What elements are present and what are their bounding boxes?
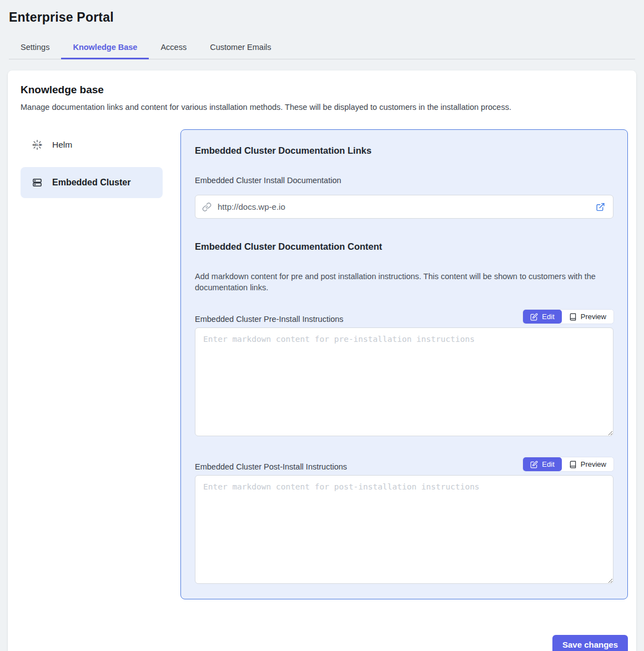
edit-pencil-icon bbox=[530, 461, 538, 468]
edit-button-label: Edit bbox=[542, 312, 554, 321]
tab-access[interactable]: Access bbox=[149, 37, 198, 59]
sidebar-item-label: Embedded Cluster bbox=[52, 178, 130, 188]
sidebar-item-helm[interactable]: HELM Helm bbox=[21, 129, 163, 160]
sidebar-item-label: Helm bbox=[52, 140, 72, 150]
save-changes-button[interactable]: Save changes bbox=[552, 635, 628, 651]
tab-customer-emails[interactable]: Customer Emails bbox=[198, 37, 283, 59]
post-install-preview-button[interactable]: Preview bbox=[562, 457, 613, 471]
helm-icon: HELM bbox=[32, 139, 43, 150]
knowledge-base-card: Knowledge base Manage documentation link… bbox=[8, 70, 636, 651]
post-install-label: Embedded Cluster Post-Install Instructio… bbox=[195, 462, 347, 471]
pre-install-label: Embedded Cluster Pre-Install Instruction… bbox=[195, 315, 344, 324]
embedded-cluster-panel: Embedded Cluster Documentation Links Emb… bbox=[180, 129, 628, 599]
link-icon bbox=[202, 202, 212, 211]
page-header: Enterprise Portal Settings Knowledge Bas… bbox=[0, 0, 644, 59]
book-icon bbox=[569, 461, 577, 468]
install-method-sidebar: HELM Helm Embedded Cluster bbox=[21, 129, 163, 198]
tab-bar: Settings Knowledge Base Access Customer … bbox=[9, 37, 635, 59]
install-doc-input-wrap bbox=[195, 195, 613, 219]
book-icon bbox=[569, 313, 577, 321]
install-doc-url-input[interactable] bbox=[195, 195, 613, 219]
pre-install-markdown-textarea[interactable] bbox=[195, 327, 613, 436]
preview-button-label: Preview bbox=[581, 460, 606, 468]
sidebar-item-embedded-cluster[interactable]: Embedded Cluster bbox=[21, 167, 163, 198]
server-stack-icon bbox=[32, 177, 43, 188]
page-title: Enterprise Portal bbox=[9, 10, 635, 25]
pre-install-header-row: Embedded Cluster Pre-Install Instruction… bbox=[195, 310, 613, 324]
tab-settings[interactable]: Settings bbox=[9, 37, 61, 59]
post-install-edit-button[interactable]: Edit bbox=[523, 457, 561, 471]
post-install-header-row: Embedded Cluster Post-Install Instructio… bbox=[195, 457, 613, 471]
content-section-description: Add markdown content for pre and post in… bbox=[195, 271, 613, 293]
edit-button-label: Edit bbox=[542, 460, 554, 468]
card-footer: Save changes bbox=[21, 635, 628, 651]
card-title: Knowledge base bbox=[21, 84, 628, 96]
edit-pencil-icon bbox=[530, 313, 538, 321]
post-install-markdown-textarea[interactable] bbox=[195, 475, 613, 584]
content-section-title: Embedded Cluster Documentation Content bbox=[195, 241, 613, 252]
links-section-title: Embedded Cluster Documentation Links bbox=[195, 145, 613, 156]
main-layout: HELM Helm Embedded Cluster Embed bbox=[21, 129, 628, 599]
tab-knowledge-base[interactable]: Knowledge Base bbox=[61, 37, 149, 59]
post-install-mode-toggle: Edit Preview bbox=[523, 457, 613, 471]
preview-button-label: Preview bbox=[581, 312, 606, 321]
svg-text:HELM: HELM bbox=[33, 143, 41, 147]
external-link-icon[interactable] bbox=[596, 202, 605, 211]
pre-install-mode-toggle: Edit Preview bbox=[523, 310, 613, 324]
pre-install-preview-button[interactable]: Preview bbox=[562, 310, 613, 324]
card-description: Manage documentation links and content f… bbox=[21, 103, 628, 112]
install-doc-label: Embedded Cluster Install Documentation bbox=[195, 176, 613, 185]
pre-install-edit-button[interactable]: Edit bbox=[523, 310, 561, 324]
